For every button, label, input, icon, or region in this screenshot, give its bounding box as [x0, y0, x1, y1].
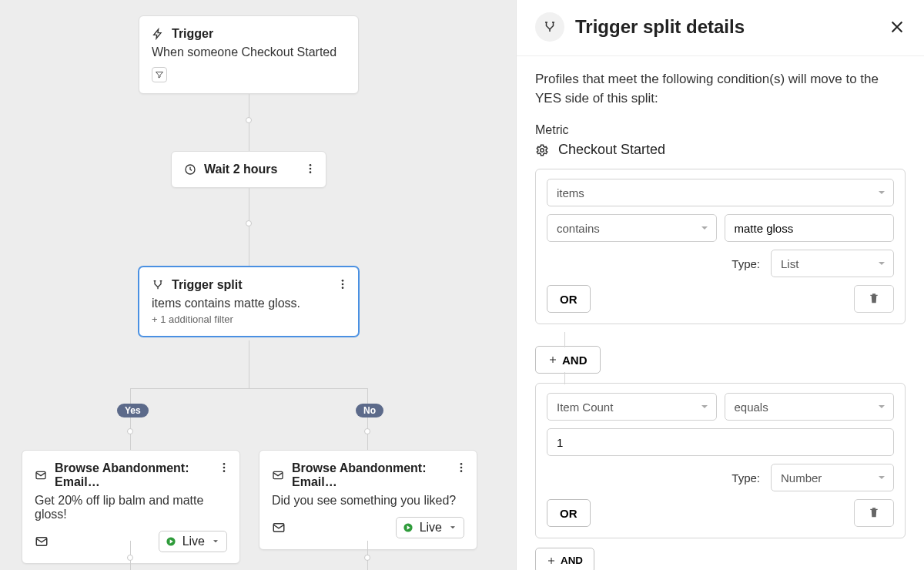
details-panel: Trigger split details Profiles that meet…: [516, 0, 924, 570]
split-condition: items contains matte gloss.: [152, 297, 346, 310]
trigger-card[interactable]: Trigger When someone Checkout Started: [139, 15, 359, 94]
email-yes-title: Browse Abandonment: Email…: [55, 461, 227, 489]
svg-point-5: [342, 283, 344, 286]
svg-point-11: [223, 467, 226, 469]
email-no-title: Browse Abandonment: Email…: [292, 461, 464, 489]
operator-select-1[interactable]: contains: [547, 214, 717, 242]
type-select-1[interactable]: List: [771, 250, 894, 277]
split-extra: + 1 additional filter: [152, 314, 346, 325]
branch-no-chip: No: [356, 404, 383, 417]
live-icon: [403, 522, 413, 533]
plus-icon: [548, 355, 557, 364]
or-button-2[interactable]: OR: [547, 499, 591, 527]
email-yes-card[interactable]: Browse Abandonment: Email… Get 20% off l…: [22, 450, 240, 564]
email-no-card[interactable]: Browse Abandonment: Email… Did you see s…: [259, 450, 477, 550]
status-label: Live: [182, 535, 205, 548]
chevron-down-icon: [701, 403, 708, 411]
wait-card[interactable]: Wait 2 hours: [171, 151, 326, 188]
or-button-1[interactable]: OR: [547, 285, 591, 313]
mail-outline-icon: [35, 535, 49, 548]
email-yes-preview: Get 20% off lip balm and matte gloss!: [35, 494, 227, 521]
bolt-icon: [152, 28, 164, 40]
type-label: Type:: [732, 257, 760, 270]
panel-title: Trigger split details: [575, 16, 878, 38]
clock-icon: [184, 163, 196, 176]
email-no-menu-button[interactable]: [452, 458, 470, 477]
type-select-2[interactable]: Number: [771, 464, 894, 491]
status-button-no[interactable]: Live: [396, 517, 464, 538]
email-no-preview: Did you see something you liked?: [272, 494, 464, 508]
status-label: Live: [420, 521, 442, 535]
svg-point-1: [310, 164, 312, 166]
svg-point-17: [460, 467, 463, 469]
split-menu-button[interactable]: [333, 275, 352, 293]
property-value: items: [557, 186, 584, 200]
condition-group-1: items contains Type: List OR: [535, 169, 906, 324]
svg-point-16: [460, 463, 463, 465]
plus-icon: [547, 556, 556, 565]
operator-value: equals: [735, 401, 768, 414]
metric-name: Checkout Started: [558, 142, 665, 158]
property-select-1[interactable]: items: [547, 179, 894, 206]
wait-label: Wait 2 hours: [204, 163, 277, 176]
chevron-down-icon: [878, 403, 886, 411]
type-value: Number: [781, 471, 822, 484]
type-value: List: [781, 257, 798, 270]
status-button-yes[interactable]: Live: [159, 531, 227, 552]
svg-point-2: [310, 168, 312, 170]
operator-select-2[interactable]: equals: [725, 393, 895, 421]
wait-menu-button[interactable]: [301, 159, 320, 178]
panel-header: Trigger split details: [517, 0, 924, 56]
value-input-2[interactable]: [547, 428, 894, 456]
chevron-down-icon: [448, 523, 457, 532]
chevron-down-icon: [878, 189, 886, 196]
live-icon: [166, 536, 176, 547]
mail-outline-icon: [272, 521, 286, 535]
chevron-down-icon: [211, 537, 220, 546]
trigger-desc: When someone Checkout Started: [152, 45, 346, 59]
email-yes-menu-button[interactable]: [215, 458, 233, 477]
mail-icon: [272, 469, 284, 481]
svg-point-4: [342, 280, 344, 282]
flow-canvas[interactable]: Trigger When someone Checkout Started Wa…: [0, 0, 516, 570]
svg-point-19: [541, 149, 544, 153]
add-and-button[interactable]: AND: [535, 548, 594, 570]
delete-condition-2[interactable]: [854, 499, 894, 527]
svg-point-3: [310, 171, 312, 173]
metric-label: Metric: [535, 123, 906, 137]
value-input-1[interactable]: [725, 214, 895, 242]
filter-icon[interactable]: [152, 67, 167, 82]
chevron-down-icon: [878, 474, 886, 481]
split-icon-circle: [535, 12, 564, 42]
operator-value: contains: [557, 222, 600, 235]
close-button[interactable]: [889, 18, 906, 35]
svg-point-10: [223, 463, 226, 465]
split-icon: [152, 279, 164, 291]
split-title: Trigger split: [172, 278, 243, 292]
and-connector[interactable]: AND: [535, 346, 601, 374]
svg-point-12: [223, 470, 226, 472]
branch-yes-chip: Yes: [117, 404, 149, 417]
svg-point-6: [342, 287, 344, 289]
chevron-down-icon: [878, 260, 886, 267]
condition-group-2: Item Count equals Type: Number OR: [535, 383, 906, 538]
property-select-2[interactable]: Item Count: [547, 393, 717, 421]
panel-intro: Profiles that meet the following conditi…: [535, 70, 906, 108]
mail-icon: [35, 469, 47, 481]
property-value: Item Count: [557, 401, 613, 414]
svg-point-18: [460, 470, 463, 472]
trigger-split-card[interactable]: Trigger split items contains matte gloss…: [139, 267, 359, 337]
trigger-title: Trigger: [172, 27, 213, 41]
chevron-down-icon: [701, 224, 708, 232]
gear-icon: [535, 143, 549, 157]
type-label: Type:: [732, 471, 760, 484]
delete-condition-1[interactable]: [854, 285, 894, 313]
